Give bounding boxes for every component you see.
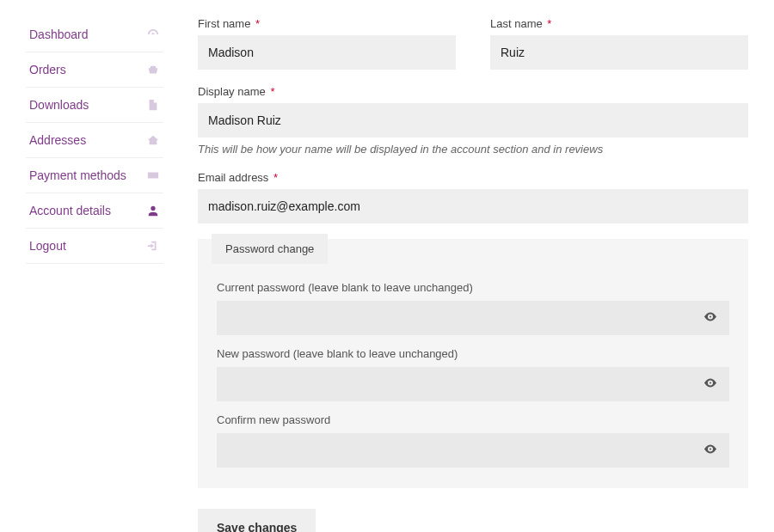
toggle-current-password-visibility[interactable] [700,307,721,330]
current-password-input[interactable] [217,301,729,335]
new-password-label: New password (leave blank to leave uncha… [217,347,729,360]
sidebar-item-label: Downloads [29,98,89,112]
account-details-form: First name * Last name * Display name * … [198,17,748,532]
display-name-input[interactable] [198,103,748,138]
eye-icon [703,310,717,327]
required-marker: * [273,171,278,184]
new-password-input[interactable] [217,367,729,401]
required-marker: * [547,17,551,30]
eye-icon [703,376,717,393]
logout-icon [146,239,160,253]
first-name-label: First name * [198,17,456,30]
sidebar-item-label: Dashboard [29,28,89,41]
last-name-input[interactable] [490,35,748,70]
current-password-label: Current password (leave blank to leave u… [217,281,729,294]
new-password-field: New password (leave blank to leave uncha… [217,347,729,401]
home-icon [146,133,160,147]
first-name-field: First name * [198,17,456,70]
display-name-field: Display name * This will be how your nam… [198,85,748,156]
account-sidebar: Dashboard Orders Downloads Addresses Pay… [26,17,163,532]
eye-icon [703,443,717,459]
sidebar-item-label: Account details [29,204,111,217]
confirm-password-field: Confirm new password [217,413,729,468]
save-changes-button[interactable]: Save changes [198,509,316,532]
basket-icon [146,63,160,76]
required-marker: * [270,85,274,98]
sidebar-item-logout[interactable]: Logout [26,229,163,264]
password-change-legend: Password change [212,234,328,264]
current-password-field: Current password (leave blank to leave u… [217,281,729,335]
card-icon [146,168,160,182]
last-name-label: Last name * [490,17,748,30]
email-field: Email address * [198,171,748,223]
password-change-section: Password change Current password (leave … [198,239,748,488]
first-name-input[interactable] [198,35,456,70]
display-name-label: Display name * [198,85,748,98]
sidebar-item-downloads[interactable]: Downloads [26,88,163,123]
sidebar-item-label: Orders [29,63,66,76]
user-icon [146,204,160,217]
sidebar-item-label: Addresses [29,133,86,147]
sidebar-item-label: Payment methods [29,168,126,182]
sidebar-item-orders[interactable]: Orders [26,52,163,88]
sidebar-item-dashboard[interactable]: Dashboard [26,17,163,52]
last-name-field: Last name * [490,17,748,70]
dashboard-icon [146,28,160,41]
confirm-password-input[interactable] [217,433,729,468]
required-marker: * [255,17,260,30]
sidebar-item-payment-methods[interactable]: Payment methods [26,158,163,193]
toggle-new-password-visibility[interactable] [700,373,721,396]
confirm-password-label: Confirm new password [217,413,729,426]
sidebar-item-addresses[interactable]: Addresses [26,123,163,158]
email-input[interactable] [198,189,748,223]
file-icon [146,98,160,112]
email-label: Email address * [198,171,748,184]
sidebar-item-account-details[interactable]: Account details [26,193,163,229]
toggle-confirm-password-visibility[interactable] [700,439,721,462]
display-name-help: This will be how your name will be displ… [198,143,748,156]
sidebar-item-label: Logout [29,239,66,253]
